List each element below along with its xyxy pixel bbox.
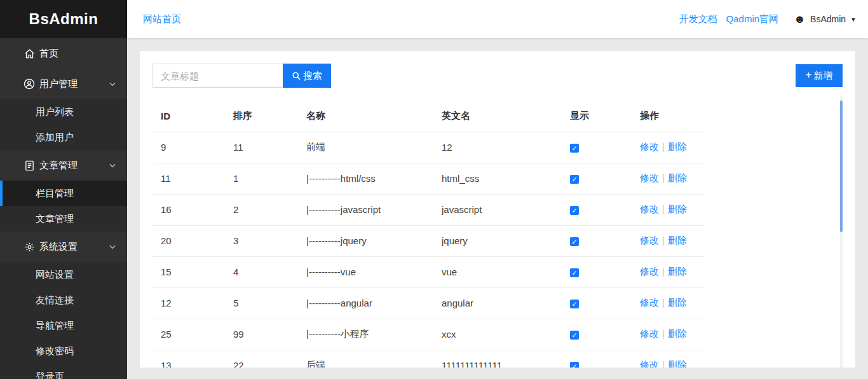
category-table: ID 排序 名称 英文名 显示 操作 9 11 前端 12 ✓ 修改|删除 11… [153,100,704,368]
delete-link[interactable]: 删除 [668,359,687,368]
delete-link[interactable]: 删除 [668,266,687,277]
table-row: 20 3 |----------jquery jquery ✓ 修改|删除 [153,225,704,256]
caret-down-icon: ▼ [850,16,857,23]
op-separator: | [662,328,665,339]
search-icon [292,71,301,81]
cell-id: 9 [153,132,233,163]
search-button[interactable]: 搜索 [283,64,331,88]
scrollbar-thumb[interactable] [840,100,843,232]
cell-name: |----------html/css [306,163,442,194]
sidebar-item-label: 登录页 [36,371,64,379]
dev-docs-link[interactable]: 开发文档 [679,13,717,25]
topbar: 网站首页 开发文档 Qadmin官网 ☻ BsAdmin ▼ [127,0,868,38]
add-button[interactable]: + 新增 [796,64,843,87]
sidebar-item-label: 首页 [39,48,58,60]
cell-id: 13 [153,350,233,368]
delete-link[interactable]: 删除 [668,141,687,152]
table-row: 11 1 |----------html/css html_css ✓ 修改|删… [153,163,704,194]
show-checkbox[interactable]: ✓ [570,144,579,153]
edit-link[interactable]: 修改 [640,203,659,214]
sidebar-item-label: 用户列表 [36,106,74,118]
edit-link[interactable]: 修改 [640,235,659,245]
table-header-row: ID 排序 名称 英文名 显示 操作 [153,100,704,132]
cell-sort: 4 [233,256,306,287]
sidebar-item-label: 文章管理 [39,160,78,172]
cell-id: 12 [153,287,233,319]
sidebar-item-login-page[interactable]: 登录页 [0,364,127,379]
cell-id: 16 [153,194,233,225]
edit-link[interactable]: 修改 [640,297,659,308]
show-checkbox[interactable]: ✓ [570,300,579,308]
cell-sort: 99 [233,319,306,350]
cell-name: |----------vue [306,256,442,287]
op-separator: | [662,203,665,214]
cell-en: angular [442,287,570,319]
show-checkbox[interactable]: ✓ [570,331,579,340]
sidebar-item-site-settings[interactable]: 网站设置 [0,262,127,287]
sidebar-item-change-password[interactable]: 修改密码 [0,338,127,364]
delete-link[interactable]: 删除 [668,328,687,339]
table-row: 15 4 |----------vue vue ✓ 修改|删除 [153,256,704,287]
site-home-link[interactable]: 网站首页 [143,13,181,25]
op-separator: | [662,235,665,245]
sidebar-item-category-mgmt[interactable]: 栏目管理 [0,181,127,206]
sidebar-item-article-list[interactable]: 文章管理 [0,206,127,231]
delete-link[interactable]: 删除 [668,172,687,183]
table-row: 12 5 |----------angular angular ✓ 修改|删除 [153,287,704,319]
cell-name: |----------小程序 [306,319,442,350]
sidebar-item-user-mgmt[interactable]: 用户管理 [0,69,127,99]
edit-link[interactable]: 修改 [640,328,659,339]
cell-name: |----------angular [306,287,442,319]
sidebar-item-label: 文章管理 [36,213,74,225]
sidebar-item-label: 添加用户 [36,132,74,144]
cell-id: 11 [153,163,233,194]
sidebar-item-user-list[interactable]: 用户列表 [0,99,127,125]
sidebar-item-friend-links[interactable]: 友情连接 [0,287,127,313]
qadmin-site-link[interactable]: Qadmin官网 [726,13,779,25]
show-checkbox[interactable]: ✓ [570,237,579,246]
delete-link[interactable]: 删除 [668,203,687,214]
sidebar-item-home[interactable]: 首页 [0,38,127,69]
show-checkbox[interactable]: ✓ [570,206,579,215]
cell-id: 15 [153,256,233,287]
delete-link[interactable]: 删除 [668,297,687,308]
show-checkbox[interactable]: ✓ [570,362,579,368]
edit-link[interactable]: 修改 [640,141,659,152]
gear-icon [23,240,36,253]
sidebar-item-label: 系统设置 [39,241,78,253]
edit-link[interactable]: 修改 [640,359,659,368]
avatar-smiley-icon: ☻ [794,13,806,25]
op-separator: | [662,141,665,152]
cell-id: 20 [153,225,233,256]
edit-link[interactable]: 修改 [640,172,659,183]
cell-name: 前端 [306,132,442,163]
col-header-name: 名称 [306,100,442,132]
sidebar-item-label: 用户管理 [39,78,78,90]
show-checkbox[interactable]: ✓ [570,268,579,277]
plus-icon: + [806,69,812,81]
sidebar-item-article-mgmt[interactable]: 文章管理 [0,150,127,181]
sidebar: BsAdmin 首页 用户管理 用户列表 添加用户 文章管理 栏目管理 文章管理 [0,0,127,379]
sidebar-item-nav-mgmt[interactable]: 导航管理 [0,313,127,338]
search-button-label: 搜索 [303,70,322,82]
chevron-down-icon [108,242,117,251]
table-row: 16 2 |----------javascript javascript ✓ … [153,194,704,225]
sidebar-item-label: 栏目管理 [36,188,74,200]
chevron-down-icon [108,161,117,170]
sidebar-item-label: 修改密码 [36,345,74,357]
vertical-scrollbar[interactable] [840,95,843,368]
user-menu[interactable]: ☻ BsAdmin ▼ [794,13,857,25]
cell-sort: 1 [233,163,306,194]
cell-sort: 3 [233,225,306,256]
show-checkbox[interactable]: ✓ [570,175,579,184]
delete-link[interactable]: 删除 [668,235,687,245]
col-header-en: 英文名 [442,100,570,132]
cell-en: xcx [442,319,570,350]
cell-name: |----------jquery [306,225,442,256]
op-separator: | [662,297,665,308]
edit-link[interactable]: 修改 [640,266,659,277]
search-input[interactable] [153,64,283,88]
sidebar-item-system-settings[interactable]: 系统设置 [0,231,127,262]
table-row: 25 99 |----------小程序 xcx ✓ 修改|删除 [153,319,704,350]
sidebar-item-add-user[interactable]: 添加用户 [0,125,127,150]
